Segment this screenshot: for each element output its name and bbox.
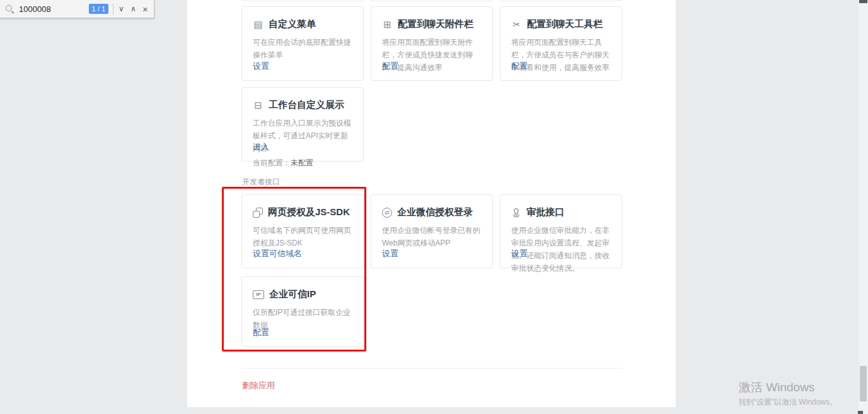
card-title: 配置到聊天附件栏 — [398, 18, 473, 30]
card-oauth-login: ⇄ 企业微信授权登录 使用企业微信帐号登录已有的Web网页或移动APP 设置 — [371, 194, 493, 268]
watermark-title: 激活 Windows — [739, 380, 837, 395]
scrollbar-bottom-fragment — [858, 411, 863, 414]
scrollbar-top-button[interactable] — [859, 0, 867, 3]
custom-menu-icon: ▤ — [253, 20, 263, 29]
card-trusted-ip: IP 企业可信IP 仅所配IP可通过接口获取企业数据 配置 — [241, 276, 364, 347]
chat-toolbar-icon: ✂ — [511, 20, 522, 29]
card-title: 工作台自定义展示 — [269, 99, 344, 111]
chat-toolbar-configure-link[interactable]: 配置 — [511, 61, 528, 72]
oauth-login-settings-link[interactable]: 设置 — [382, 248, 398, 259]
set-trusted-domain-link[interactable]: 设置可信域名 — [253, 248, 302, 259]
card-title: 自定义菜单 — [269, 18, 316, 30]
card-title: 审批接口 — [526, 206, 564, 218]
chat-attachment-bar-icon: ⊞ — [382, 20, 393, 29]
match-count-badge: 1 / 1 — [89, 4, 108, 14]
card-title: 企业可信IP — [269, 288, 316, 300]
developer-api-section-label: 开发者接口 — [242, 177, 280, 187]
card-description: 可信域名下的网页可使用网页授权及JS-SDK — [253, 224, 354, 249]
find-in-page-bar: 1 / 1 ∨ ∧ × — [0, 0, 154, 18]
card-description: 可在应用会话的底部配置快捷操作菜单 — [253, 36, 354, 61]
scrollbar-track[interactable] — [859, 0, 868, 414]
activate-windows-watermark: 激活 Windows 转到“设置”以激活 Windows。 — [739, 380, 837, 407]
current-config-status: 当前配置：未配置 — [253, 157, 354, 169]
card-description: 使用企业微信帐号登录已有的Web网页或移动APP — [382, 224, 483, 249]
approval-settings-link[interactable]: 设置 — [511, 248, 528, 259]
delete-app-link[interactable]: 删除应用 — [242, 380, 275, 391]
scrollbar-thumb[interactable] — [860, 366, 867, 401]
cutoff-card-stub — [241, 0, 364, 1]
workbench-enter-link[interactable]: 进入 — [253, 141, 269, 153]
status-value: 未配置 — [291, 158, 313, 167]
card-chat-attachment-bar: ⊞ 配置到聊天附件栏 将应用页面配置到聊天附件栏，方便成员快捷发送到聊天，提高沟… — [371, 6, 493, 81]
footer-divider — [241, 368, 622, 369]
chat-attachment-configure-link[interactable]: 配置 — [382, 61, 398, 72]
panel-content: ▤ 自定义菜单 可在应用会话的底部配置快捷操作菜单 设置 ⊞ 配置到聊天附件栏 … — [241, 0, 622, 407]
chevron-up-icon[interactable]: ∧ — [127, 4, 139, 13]
watermark-subtitle: 转到“设置”以激活 Windows。 — [739, 397, 837, 407]
screen: ▤ 自定义菜单 可在应用会话的底部配置快捷操作菜单 设置 ⊞ 配置到聊天附件栏 … — [0, 0, 868, 414]
approval-stamp-icon — [511, 208, 521, 218]
ip-icon: IP — [253, 290, 264, 299]
card-title: 企业微信授权登录 — [397, 206, 473, 218]
close-icon[interactable]: × — [139, 4, 151, 15]
oauth-login-icon: ⇄ — [382, 208, 392, 218]
web-pages-icon — [253, 208, 263, 218]
trusted-ip-configure-link[interactable]: 配置 — [253, 327, 269, 338]
card-approval-api: 审批接口 使用企业微信审批能力，在非审批应用内设置流程、发起审批。还能订阅通知消… — [500, 194, 622, 268]
custom-menu-settings-link[interactable]: 设置 — [253, 61, 269, 72]
cutoff-card-stub — [371, 0, 493, 1]
status-label: 当前配置： — [253, 158, 291, 167]
find-input[interactable] — [19, 4, 89, 14]
card-title: 配置到聊天工具栏 — [527, 18, 603, 30]
cutoff-card-stub — [500, 0, 622, 1]
workbench-display-icon: ⊟ — [253, 100, 263, 110]
chevron-down-icon[interactable]: ∨ — [115, 4, 127, 13]
find-bar-separator — [113, 4, 113, 15]
app-settings-panel: ▤ 自定义菜单 可在应用会话的底部配置快捷操作菜单 设置 ⊞ 配置到聊天附件栏 … — [187, 0, 676, 407]
card-workbench-display: ⊟ 工作台自定义展示 工作台应用入口展示为预设模板样式，可通过API实时更新内容… — [241, 87, 364, 162]
card-title: 网页授权及JS-SDK — [268, 206, 350, 218]
search-icon — [6, 5, 14, 13]
card-custom-menu: ▤ 自定义菜单 可在应用会话的底部配置快捷操作菜单 设置 — [241, 6, 364, 81]
card-web-auth-jssdk: 网页授权及JS-SDK 可信域名下的网页可使用网页授权及JS-SDK 设置可信域… — [241, 194, 364, 268]
card-chat-toolbar: ✂ 配置到聊天工具栏 将应用页面配置到聊天工具栏，方便成员在与客户的聊天中查看和… — [500, 6, 622, 81]
